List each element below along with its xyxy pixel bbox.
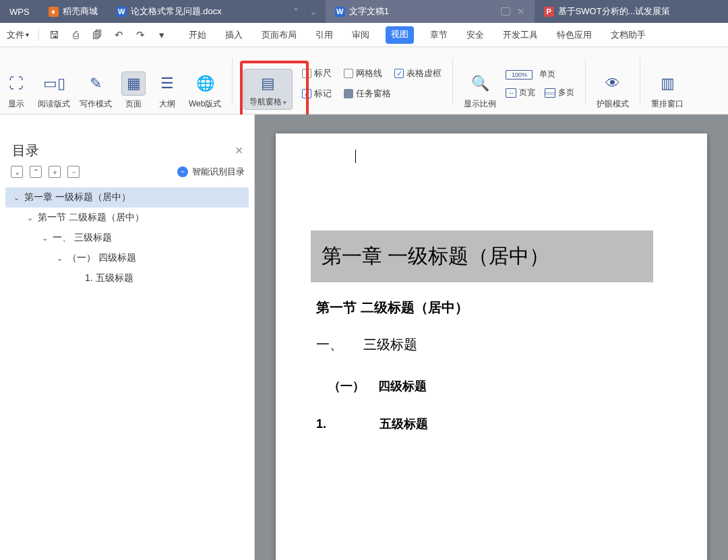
ai-icon: ~ [177,166,188,177]
redo-icon[interactable]: ↷ [135,30,146,40]
chevron-down-icon: ⌄ [13,193,20,202]
chevron-up-icon[interactable]: ⌃ [292,6,300,17]
tab-wps[interactable]: WPS [0,0,39,23]
pagewidth-icon: ↔ [506,88,516,98]
chevron-down-icon: ⌄ [27,214,34,222]
fullscreen-icon: ⛶ [4,71,28,96]
btn-zoom-100[interactable]: 100%单页 [506,69,574,80]
doc-heading-4[interactable]: （一）四级标题 [328,378,667,394]
tab-featured[interactable]: 特色应用 [554,26,595,44]
tab-label: 稻壳商城 [63,5,98,18]
dropdown-icon[interactable]: ▾ [156,30,167,40]
tab-store[interactable]: ♦ 稻壳商城 [39,0,107,23]
chk-ruler[interactable]: 标尺 [302,67,332,80]
tab-label: 论文格式常见问题.docx [131,5,222,18]
nav-pane-icon: ▤ [256,73,280,94]
multipage-icon: ▭▭ [545,88,555,98]
file-menu[interactable]: 文件 ▾ [3,29,33,41]
separator [232,58,233,105]
print-icon[interactable]: ⎙ [70,30,81,40]
word-icon: W [117,7,127,17]
tree-item-h2[interactable]: ⌄第一节 二级标题（居中） [5,208,249,228]
preview-icon[interactable]: 🗐 [92,30,102,40]
save-icon[interactable]: 🖫 [49,30,59,40]
btn-ai-toc[interactable]: ~ 智能识别目录 [177,166,245,178]
quick-access: 🖫 ⎙ 🗐 ↶ ↷ ▾ [49,30,167,40]
close-panel-icon[interactable]: ✕ [235,144,243,157]
collapse-all-icon[interactable]: ⌃ [30,166,42,178]
btn-write-mode[interactable]: ✎ 写作模式 [80,71,112,110]
chk-gridlines[interactable]: 网格线 [344,67,382,80]
navigation-panel: 目录 ✕ ⌄ ⌃ ＋ － ~ 智能识别目录 ⌄第一章 一级标题（居中） ⌄第一节… [0,115,255,560]
file-label: 文件 [7,29,24,41]
doc-heading-2[interactable]: 第一节 二级标题（居中） [316,299,667,317]
tab-doc3[interactable]: P 基于SWOT分析的...试发展策 [535,0,728,23]
tab-review[interactable]: 审阅 [349,26,372,44]
chk-mark[interactable]: 标记 [302,88,332,100]
magnifier-icon: 🔍 [468,71,492,96]
btn-web-layout[interactable]: 🌐 Web版式 [189,71,221,110]
tab-section[interactable]: 章节 [427,26,450,44]
doc-heading-3[interactable]: 一、三级标题 [316,336,667,354]
tree-item-h5[interactable]: 1. 五级标题 [5,268,249,288]
title-tabbar: WPS ♦ 稻壳商城 W 论文格式常见问题.docx ⌃ ⌄ W 文字文稿1 ✕… [0,0,728,23]
add-heading-icon[interactable]: ＋ [49,166,61,178]
document-viewport[interactable]: 第一章 一级标题（居中） 第一节 二级标题（居中） 一、三级标题 （一）四级标题… [255,115,728,560]
separator [38,29,39,41]
tab-doc1[interactable]: W 论文格式常见问题.docx [107,0,278,23]
btn-nav-pane[interactable]: ▤ 导航窗格▾ [243,69,293,110]
ribbon-view: ⛶ 显示 ▭▯ 阅读版式 ✎ 写作模式 ▦ 页面 ☰ 大纲 🌐 Web版式 ▤ … [0,47,728,115]
separator [452,58,453,105]
tree-item-h3[interactable]: ⌄一、 三级标题 [5,228,249,248]
tree-item-h4[interactable]: ⌄（一） 四级标题 [5,248,249,268]
fire-icon: ♦ [49,7,59,17]
window-icon: ▥ [655,71,679,96]
eye-icon: 👁 [601,71,625,96]
tab-label: WPS [9,7,30,17]
expand-all-icon[interactable]: ⌄ [11,166,23,178]
undo-icon[interactable]: ↶ [113,30,124,40]
chevron-down-icon: ▾ [283,99,286,106]
document-page[interactable]: 第一章 一级标题（居中） 第一节 二级标题（居中） 一、三级标题 （一）四级标题… [276,133,707,560]
tab-insert[interactable]: 插入 [222,26,245,44]
chk-task-pane[interactable]: 任务窗格 [344,88,391,100]
tab-layout[interactable]: 页面布局 [259,26,299,44]
outline-icon: ☰ [155,71,179,96]
nav-panel-title: 目录 [12,142,39,160]
tab-ref[interactable]: 引用 [313,26,336,44]
zoom-options: 100%单页 ↔页宽▭▭多页 [506,57,574,110]
percent-icon: 100% [506,70,533,80]
tree-item-h1[interactable]: ⌄第一章 一级标题（居中） [5,187,249,208]
tab-dev[interactable]: 开发工具 [500,26,541,44]
separator [640,58,640,105]
window-mode-icon[interactable] [501,7,510,15]
remove-heading-icon[interactable]: － [67,166,80,178]
close-tab-icon[interactable]: ✕ [517,6,525,17]
word-icon: W [335,7,345,17]
btn-outline[interactable]: ☰ 大纲 [155,71,179,110]
btn-zoom[interactable]: 🔍 显示比例 [464,71,496,110]
doc-heading-1[interactable]: 第一章 一级标题（居中） [311,230,653,282]
tab-label: 文字文稿1 [349,5,389,18]
doc-heading-5[interactable]: 1.五级标题 [316,416,667,432]
book-icon: ▭▯ [42,71,66,96]
tab-helper[interactable]: 文档助手 [608,26,648,44]
btn-page-view[interactable]: ▦ 页面 [121,71,146,110]
view-checkboxes: 标尺 网格线 表格虚框 标记 任务窗格 [302,57,442,110]
tab-view[interactable]: 视图 [386,26,414,44]
chevron-down-icon[interactable]: ⌄ [309,6,317,17]
btn-page-width[interactable]: ↔页宽▭▭多页 [506,87,574,98]
btn-read-mode[interactable]: ▭▯ 阅读版式 [38,71,70,110]
text-cursor [355,150,356,163]
ribbon-tabs: 开始 插入 页面布局 引用 审阅 视图 章节 安全 开发工具 特色应用 文档助手 [186,26,648,44]
chk-table-dashed[interactable]: 表格虚框 [394,67,442,80]
btn-relayout[interactable]: ▥ 重排窗口 [651,71,684,110]
menubar: 文件 ▾ 🖫 ⎙ 🗐 ↶ ↷ ▾ 开始 插入 页面布局 引用 审阅 视图 章节 … [0,23,728,47]
tab-doc2[interactable]: W 文字文稿1 ✕ [326,0,535,23]
tab-security[interactable]: 安全 [464,26,487,44]
tab-start[interactable]: 开始 [186,26,209,44]
btn-eye-mode[interactable]: 👁 护眼模式 [597,71,629,110]
chevron-down-icon: ⌄ [57,254,63,263]
btn-fullscreen[interactable]: ⛶ 显示 [4,71,28,110]
separator [585,58,586,105]
